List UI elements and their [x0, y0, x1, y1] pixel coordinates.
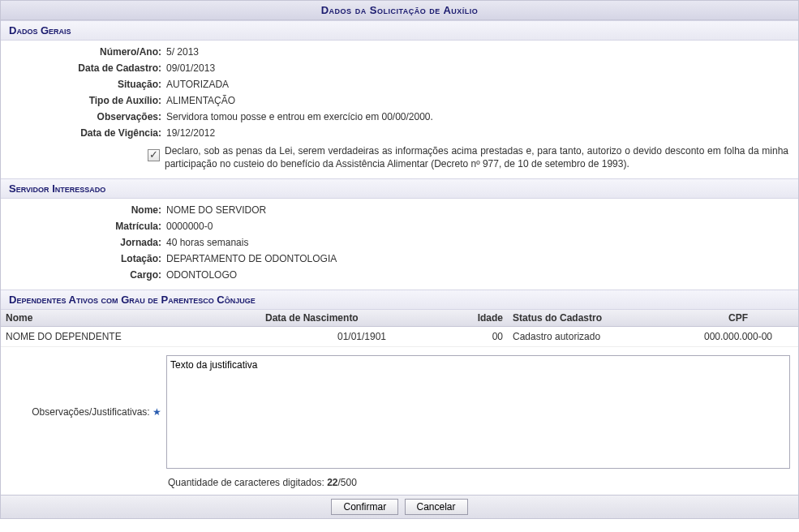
- cell-status: Cadastro autorizado: [508, 327, 678, 347]
- section-body-servidor: Nome: NOME DO SERVIDOR Matrícula: 000000…: [1, 199, 798, 290]
- col-header-cpf: CPF: [678, 310, 798, 327]
- char-count-prefix: Quantidade de caracteres digitados:: [168, 477, 327, 488]
- label-nome-servidor: Nome:: [4, 204, 165, 216]
- section-header-dados-gerais: Dados Gerais: [1, 20, 798, 41]
- char-count-value: 22: [327, 477, 337, 488]
- value-situacao: AUTORIZADA: [165, 79, 795, 90]
- declaration-checkbox[interactable]: [148, 149, 160, 161]
- col-header-data-nascimento: Data de Nascimento: [260, 310, 463, 327]
- cell-nome: NOME DO DEPENDENTE: [1, 327, 260, 347]
- dependentes-table: Nome Data de Nascimento Idade Status do …: [1, 310, 798, 347]
- justificativa-row: Observações/Justificativas: ★: [1, 347, 798, 472]
- confirm-button[interactable]: Confirmar: [331, 499, 398, 515]
- cell-data-nascimento: 01/01/1901: [260, 327, 463, 347]
- cell-cpf: 000.000.000-00: [678, 327, 798, 347]
- label-numero-ano: Número/Ano:: [4, 46, 165, 58]
- col-header-nome: Nome: [1, 310, 260, 327]
- label-situacao: Situação:: [4, 79, 165, 90]
- cell-idade: 00: [463, 327, 508, 347]
- value-data-vigencia: 19/12/2012: [165, 127, 795, 139]
- label-data-cadastro: Data de Cadastro:: [4, 62, 165, 74]
- cancel-button[interactable]: Cancelar: [405, 499, 468, 515]
- value-data-cadastro: 09/01/2013: [165, 62, 795, 74]
- value-observacoes: Servidora tomou posse e entrou em exercí…: [165, 111, 795, 122]
- col-header-status: Status do Cadastro: [508, 310, 678, 327]
- label-tipo-auxilio: Tipo de Auxílio:: [4, 95, 165, 106]
- char-count-max: /500: [337, 477, 356, 488]
- dependentes-table-wrap: Nome Data de Nascimento Idade Status do …: [1, 310, 798, 347]
- declaration-check-cell: [4, 144, 165, 170]
- section-header-servidor: Servidor Interessado: [1, 178, 798, 199]
- required-star-icon: ★: [152, 406, 161, 418]
- justificativa-textarea[interactable]: [166, 355, 790, 469]
- col-header-idade: Idade: [463, 310, 508, 327]
- label-matricula: Matrícula:: [4, 221, 165, 232]
- section-header-dependentes: Dependentes Ativos com Grau de Parentesc…: [1, 290, 798, 310]
- section-body-dados-gerais: Número/Ano: 5/ 2013 Data de Cadastro: 09…: [1, 41, 798, 178]
- label-justificativa-text: Observações/Justificativas:: [32, 406, 149, 418]
- declaration-text: Declaro, sob as penas da Lei, serem verd…: [165, 144, 795, 170]
- label-observacoes: Observações:: [4, 111, 165, 122]
- table-row: NOME DO DEPENDENTE 01/01/1901 00 Cadastr…: [1, 327, 798, 347]
- value-tipo-auxilio: ALIMENTAÇÃO: [165, 95, 795, 106]
- char-count-row: Quantidade de caracteres digitados: 22/5…: [1, 472, 798, 495]
- label-cargo: Cargo:: [4, 269, 165, 281]
- value-numero-ano: 5/ 2013: [165, 46, 795, 58]
- label-justificativa: Observações/Justificativas: ★: [6, 406, 166, 418]
- label-data-vigencia: Data de Vigência:: [4, 127, 165, 139]
- page-title: Dados da Solicitação de Auxílio: [1, 1, 798, 20]
- value-lotacao: DEPARTAMENTO DE ODONTOLOGIA: [165, 253, 795, 264]
- value-jornada: 40 horas semanais: [165, 237, 795, 248]
- value-nome-servidor: NOME DO SERVIDOR: [165, 204, 795, 216]
- button-bar: Confirmar Cancelar: [1, 495, 798, 518]
- label-jornada: Jornada:: [4, 237, 165, 248]
- value-cargo: ODONTOLOGO: [165, 269, 795, 281]
- value-matricula: 0000000-0: [165, 221, 795, 232]
- form-container: Dados da Solicitação de Auxílio Dados Ge…: [0, 0, 799, 519]
- label-lotacao: Lotação:: [4, 253, 165, 264]
